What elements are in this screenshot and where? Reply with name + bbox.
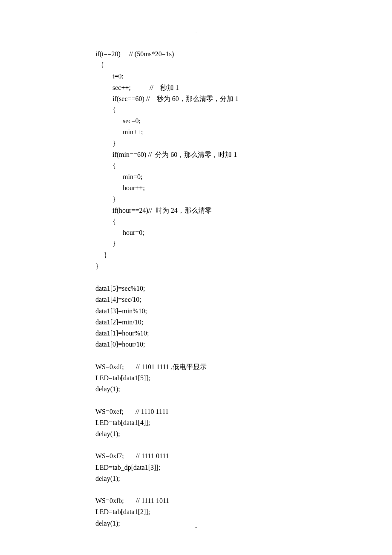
header-mark: . [0,29,392,34]
code-block: if(t==20) // (50ms*20=1s) { t=0; sec++; … [95,49,351,529]
footer-mark: - [0,524,392,529]
document-page: . if(t==20) // (50ms*20=1s) { t=0; sec++… [0,0,392,555]
